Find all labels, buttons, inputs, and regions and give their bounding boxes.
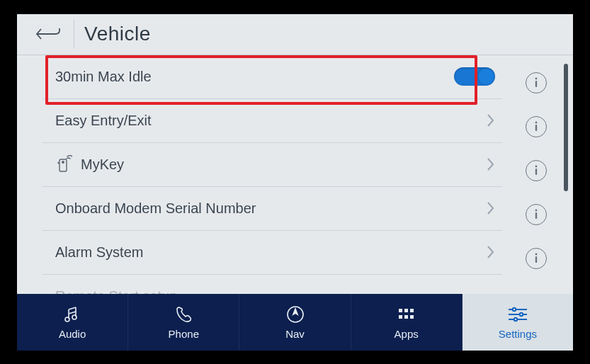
info-icon bbox=[526, 204, 547, 225]
toggle-max-idle[interactable] bbox=[454, 67, 495, 86]
info-button[interactable] bbox=[511, 149, 562, 193]
info-icon bbox=[526, 248, 547, 269]
chevron-right-icon bbox=[485, 113, 495, 128]
row-label: 30min Max Idle bbox=[55, 69, 454, 85]
svg-point-13 bbox=[72, 315, 76, 319]
screen: Vehicle 30min Max Idle Easy Entry/Exit bbox=[17, 14, 573, 351]
apps-icon bbox=[397, 304, 416, 325]
chevron-right-icon bbox=[485, 244, 495, 260]
svg-point-6 bbox=[535, 165, 538, 167]
svg-point-1 bbox=[62, 161, 64, 163]
bottom-nav: Audio Phone Nav bbox=[17, 294, 573, 351]
svg-point-26 bbox=[514, 318, 517, 321]
svg-rect-5 bbox=[535, 125, 537, 131]
svg-rect-3 bbox=[535, 81, 537, 87]
mykey-icon bbox=[55, 155, 75, 174]
svg-rect-20 bbox=[410, 315, 414, 319]
svg-point-2 bbox=[535, 77, 538, 79]
scrollbar[interactable] bbox=[562, 55, 570, 294]
svg-rect-11 bbox=[535, 256, 537, 263]
info-icon bbox=[526, 72, 547, 93]
nav-settings[interactable]: Settings bbox=[463, 294, 573, 351]
info-button[interactable] bbox=[511, 61, 562, 105]
settings-icon bbox=[507, 304, 528, 325]
row-easy-entry-exit[interactable]: Easy Entry/Exit bbox=[42, 99, 502, 143]
info-column bbox=[511, 55, 562, 294]
svg-rect-9 bbox=[535, 212, 537, 219]
header-divider bbox=[74, 20, 74, 48]
nav-label: Phone bbox=[169, 328, 199, 340]
info-button[interactable] bbox=[511, 193, 562, 237]
nav-label: Nav bbox=[285, 328, 305, 340]
svg-point-8 bbox=[535, 209, 538, 211]
svg-rect-7 bbox=[535, 169, 537, 175]
list-area: 30min Max Idle Easy Entry/Exit bbox=[17, 55, 573, 294]
svg-rect-18 bbox=[399, 315, 402, 319]
nav-label: Audio bbox=[59, 328, 86, 340]
nav-icon bbox=[285, 304, 305, 325]
row-max-idle[interactable]: 30min Max Idle bbox=[42, 55, 502, 99]
svg-rect-16 bbox=[404, 309, 408, 312]
svg-rect-17 bbox=[410, 309, 414, 312]
nav-nav[interactable]: Nav bbox=[239, 294, 351, 351]
svg-point-4 bbox=[535, 121, 538, 123]
info-icon bbox=[526, 160, 547, 181]
nav-audio[interactable]: Audio bbox=[17, 294, 128, 351]
svg-rect-19 bbox=[404, 315, 408, 319]
svg-point-12 bbox=[65, 317, 69, 322]
row-label: Easy Entry/Exit bbox=[55, 113, 485, 129]
svg-rect-15 bbox=[399, 309, 402, 312]
page-title: Vehicle bbox=[84, 23, 151, 45]
settings-list: 30min Max Idle Easy Entry/Exit bbox=[17, 55, 511, 294]
chevron-right-icon bbox=[485, 200, 495, 216]
row-modem-serial[interactable]: Onboard Modem Serial Number bbox=[42, 187, 502, 231]
nav-apps[interactable]: Apps bbox=[351, 294, 463, 351]
header-bar: Vehicle bbox=[17, 14, 573, 55]
svg-point-10 bbox=[535, 253, 538, 255]
nav-phone[interactable]: Phone bbox=[128, 294, 239, 351]
info-icon bbox=[526, 116, 547, 137]
row-alarm-system[interactable]: Alarm System bbox=[42, 231, 502, 275]
svg-point-24 bbox=[520, 313, 523, 316]
row-label: Onboard Modem Serial Number bbox=[55, 200, 485, 217]
info-button[interactable] bbox=[511, 105, 562, 149]
row-label: MyKey bbox=[81, 157, 485, 173]
back-icon bbox=[35, 26, 61, 42]
row-mykey[interactable]: MyKey bbox=[42, 143, 502, 187]
nav-label: Apps bbox=[395, 328, 419, 340]
audio-icon bbox=[62, 304, 82, 325]
back-button[interactable] bbox=[27, 19, 69, 49]
chevron-right-icon bbox=[485, 157, 495, 172]
svg-point-22 bbox=[513, 308, 516, 311]
phone-icon bbox=[174, 304, 193, 325]
row-label: Remote Start setup bbox=[55, 288, 495, 294]
row-label: Alarm System bbox=[55, 244, 485, 261]
row-remote-start[interactable]: Remote Start setup bbox=[42, 275, 502, 294]
info-button[interactable] bbox=[511, 237, 562, 280]
nav-label: Settings bbox=[499, 328, 537, 340]
scrollbar-thumb[interactable] bbox=[564, 64, 568, 191]
